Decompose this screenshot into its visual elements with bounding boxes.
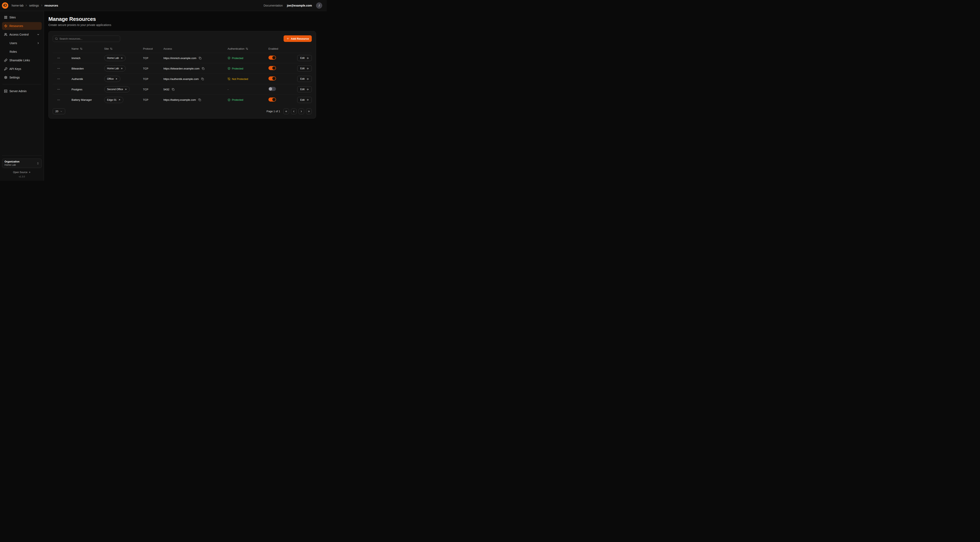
chevron-right-icon (300, 110, 303, 113)
sidebar-item-users[interactable]: Users (2, 39, 42, 47)
sidebar-item-api-keys[interactable]: API Keys (2, 65, 42, 73)
edit-button[interactable]: Edit (297, 97, 312, 103)
edit-button[interactable]: Edit (297, 65, 312, 72)
breadcrumb-home-lab[interactable]: home-lab (12, 4, 24, 7)
sidebar-item-settings[interactable]: Settings (2, 73, 42, 81)
edit-button[interactable]: Edit (297, 55, 312, 61)
copy-icon[interactable] (201, 67, 205, 70)
first-page-button[interactable] (283, 108, 289, 114)
previous-page-button[interactable] (291, 108, 297, 114)
external-link-icon (29, 171, 31, 174)
site-link-button[interactable]: Home Lab (104, 55, 126, 61)
plus-icon (286, 37, 289, 40)
column-header-site[interactable]: Site (104, 47, 143, 50)
users-icon (4, 33, 7, 36)
resources-table: Name Site Protocol Access Authenticati (53, 45, 312, 105)
topbar: home-lab settings resources Documentatio… (0, 0, 327, 11)
resource-name: Postgres (72, 88, 104, 91)
page-size-select[interactable]: 20 (53, 108, 65, 114)
column-header-name[interactable]: Name (72, 47, 104, 50)
sidebar-item-label: Shareable Links (10, 59, 30, 62)
site-link-button[interactable]: Second Office (104, 86, 130, 92)
documentation-link[interactable]: Documentation (264, 4, 283, 7)
resource-access: https://immich.example.com (164, 57, 196, 60)
sidebar-nav: Sites Resources Access Control Users Rol… (2, 13, 42, 95)
sidebar-divider (2, 84, 41, 84)
edit-button[interactable]: Edit (297, 86, 312, 92)
sidebar-item-access-control[interactable]: Access Control (2, 31, 42, 38)
last-page-button[interactable] (306, 108, 312, 114)
sidebar-item-label: Resources (10, 24, 23, 27)
app-logo-icon[interactable] (2, 2, 9, 9)
sidebar-item-roles[interactable]: Roles (2, 48, 42, 56)
chevron-down-icon (37, 33, 40, 36)
organization-selector[interactable]: Organization Home Lab (2, 159, 42, 168)
sidebar-item-resources[interactable]: Resources (2, 22, 42, 30)
resources-card: Add Resource Name Site Protocol (48, 31, 316, 118)
add-resource-button[interactable]: Add Resource (283, 35, 312, 42)
auth-badge: - (228, 88, 269, 91)
enabled-toggle[interactable] (269, 56, 276, 60)
organization-label: Organization (5, 160, 19, 163)
user-email: joe@example.com (287, 4, 312, 7)
waypoints-icon (4, 24, 7, 27)
main-content: Manage Resources Create secure proxies t… (44, 11, 327, 181)
sidebar-item-shareable-links[interactable]: Shareable Links (2, 56, 42, 64)
next-page-button[interactable] (299, 108, 304, 114)
version-label: v1.3.0 (19, 175, 25, 178)
shield-check-icon (228, 99, 231, 101)
chevrons-up-down-icon (37, 162, 39, 165)
copy-icon[interactable] (201, 77, 204, 81)
sidebar-item-server-admin[interactable]: Server Admin (2, 87, 42, 95)
external-arrow-icon (125, 88, 127, 91)
site-link-button[interactable]: Edge 01 (104, 97, 123, 103)
sidebar-item-label: Access Control (10, 33, 29, 36)
breadcrumb: home-lab settings resources (12, 4, 58, 7)
card-header: Add Resource (53, 35, 312, 42)
table-header: Name Site Protocol Access Authenticati (53, 45, 312, 53)
search-input[interactable] (59, 37, 118, 40)
open-source-link[interactable]: Open Source (13, 171, 31, 174)
row-menu-button[interactable] (56, 87, 62, 92)
enabled-toggle[interactable] (269, 97, 276, 102)
server-icon (4, 89, 7, 93)
avatar[interactable]: J (316, 2, 322, 9)
copy-icon[interactable] (172, 88, 175, 91)
copy-icon[interactable] (198, 56, 202, 60)
column-header-authentication[interactable]: Authentication (228, 47, 269, 50)
table-row: Authentik Office TCP https://authentik.e… (53, 74, 312, 84)
copy-icon[interactable] (198, 98, 201, 102)
shield-check-icon (228, 67, 231, 70)
breadcrumb-separator-icon (25, 4, 27, 7)
table-body: Immich Home Lab TCP https://immich.examp… (53, 53, 312, 105)
chevrons-left-icon (285, 110, 288, 113)
auth-badge: Protected (228, 67, 269, 70)
resource-access: https://authentik.example.com (164, 78, 199, 81)
resource-access: https://bitwarden.example.com (164, 67, 199, 70)
ellipsis-icon (57, 88, 60, 91)
link-icon (4, 59, 7, 62)
enabled-toggle[interactable] (269, 66, 276, 70)
sidebar-item-sites[interactable]: Sites (2, 13, 42, 21)
breadcrumb-separator-icon (40, 4, 43, 7)
auth-badge: Protected (228, 57, 269, 60)
arrow-right-icon (306, 88, 309, 91)
row-menu-button[interactable] (56, 66, 62, 71)
sidebar-item-label: API Keys (10, 67, 21, 70)
ellipsis-icon (57, 67, 60, 70)
resource-protocol: TCP (143, 88, 164, 91)
column-header-protocol: Protocol (143, 47, 164, 50)
enabled-toggle[interactable] (269, 77, 276, 81)
auth-badge: Not Protected (228, 78, 269, 81)
enabled-toggle[interactable] (269, 87, 276, 91)
row-menu-button[interactable] (56, 97, 62, 103)
row-menu-button[interactable] (56, 76, 62, 81)
row-menu-button[interactable] (56, 56, 62, 61)
edit-button[interactable]: Edit (297, 76, 312, 82)
page-info: Page 1 of 1 (267, 110, 280, 113)
site-link-button[interactable]: Home Lab (104, 65, 126, 72)
resource-access: 5432 (164, 88, 169, 91)
external-arrow-icon (115, 78, 118, 80)
breadcrumb-settings[interactable]: settings (29, 4, 39, 7)
site-link-button[interactable]: Office (104, 76, 120, 82)
